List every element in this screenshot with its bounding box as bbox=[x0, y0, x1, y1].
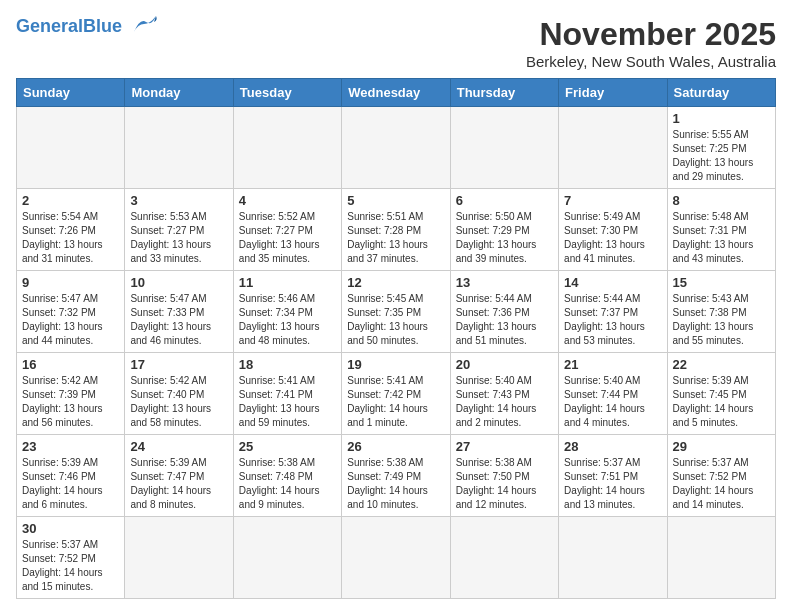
day-info: Sunrise: 5:37 AM Sunset: 7:51 PM Dayligh… bbox=[564, 456, 661, 512]
title-area: November 2025 Berkeley, New South Wales,… bbox=[526, 16, 776, 70]
day-number: 29 bbox=[673, 439, 770, 454]
calendar-day-cell: 16Sunrise: 5:42 AM Sunset: 7:39 PM Dayli… bbox=[17, 353, 125, 435]
day-info: Sunrise: 5:42 AM Sunset: 7:39 PM Dayligh… bbox=[22, 374, 119, 430]
day-number: 8 bbox=[673, 193, 770, 208]
calendar-day-cell: 10Sunrise: 5:47 AM Sunset: 7:33 PM Dayli… bbox=[125, 271, 233, 353]
calendar-day-cell: 9Sunrise: 5:47 AM Sunset: 7:32 PM Daylig… bbox=[17, 271, 125, 353]
day-number: 28 bbox=[564, 439, 661, 454]
calendar-day-cell: 17Sunrise: 5:42 AM Sunset: 7:40 PM Dayli… bbox=[125, 353, 233, 435]
calendar-day-cell bbox=[559, 517, 667, 599]
calendar-day-cell: 26Sunrise: 5:38 AM Sunset: 7:49 PM Dayli… bbox=[342, 435, 450, 517]
logo: GeneralBlue bbox=[16, 16, 162, 37]
calendar-day-cell: 28Sunrise: 5:37 AM Sunset: 7:51 PM Dayli… bbox=[559, 435, 667, 517]
day-number: 25 bbox=[239, 439, 336, 454]
calendar-week-row: 23Sunrise: 5:39 AM Sunset: 7:46 PM Dayli… bbox=[17, 435, 776, 517]
calendar-day-cell: 6Sunrise: 5:50 AM Sunset: 7:29 PM Daylig… bbox=[450, 189, 558, 271]
logo-bird-icon bbox=[126, 14, 162, 36]
calendar-day-cell: 14Sunrise: 5:44 AM Sunset: 7:37 PM Dayli… bbox=[559, 271, 667, 353]
calendar-day-cell bbox=[559, 107, 667, 189]
calendar-day-cell: 7Sunrise: 5:49 AM Sunset: 7:30 PM Daylig… bbox=[559, 189, 667, 271]
weekday-header-tuesday: Tuesday bbox=[233, 79, 341, 107]
header: GeneralBlue November 2025 Berkeley, New … bbox=[16, 16, 776, 70]
calendar-day-cell bbox=[450, 517, 558, 599]
day-number: 24 bbox=[130, 439, 227, 454]
calendar-day-cell bbox=[667, 517, 775, 599]
day-info: Sunrise: 5:51 AM Sunset: 7:28 PM Dayligh… bbox=[347, 210, 444, 266]
calendar-day-cell: 8Sunrise: 5:48 AM Sunset: 7:31 PM Daylig… bbox=[667, 189, 775, 271]
calendar-day-cell bbox=[125, 517, 233, 599]
calendar-week-row: 2Sunrise: 5:54 AM Sunset: 7:26 PM Daylig… bbox=[17, 189, 776, 271]
calendar-day-cell bbox=[342, 107, 450, 189]
day-info: Sunrise: 5:43 AM Sunset: 7:38 PM Dayligh… bbox=[673, 292, 770, 348]
day-number: 19 bbox=[347, 357, 444, 372]
calendar-day-cell: 27Sunrise: 5:38 AM Sunset: 7:50 PM Dayli… bbox=[450, 435, 558, 517]
day-number: 6 bbox=[456, 193, 553, 208]
weekday-header-monday: Monday bbox=[125, 79, 233, 107]
day-info: Sunrise: 5:44 AM Sunset: 7:36 PM Dayligh… bbox=[456, 292, 553, 348]
day-info: Sunrise: 5:55 AM Sunset: 7:25 PM Dayligh… bbox=[673, 128, 770, 184]
weekday-header-sunday: Sunday bbox=[17, 79, 125, 107]
day-number: 30 bbox=[22, 521, 119, 536]
day-info: Sunrise: 5:38 AM Sunset: 7:50 PM Dayligh… bbox=[456, 456, 553, 512]
month-title: November 2025 bbox=[526, 16, 776, 53]
day-info: Sunrise: 5:47 AM Sunset: 7:33 PM Dayligh… bbox=[130, 292, 227, 348]
day-number: 3 bbox=[130, 193, 227, 208]
calendar-week-row: 1Sunrise: 5:55 AM Sunset: 7:25 PM Daylig… bbox=[17, 107, 776, 189]
logo-text: GeneralBlue bbox=[16, 16, 122, 37]
weekday-header-wednesday: Wednesday bbox=[342, 79, 450, 107]
calendar-day-cell bbox=[125, 107, 233, 189]
day-info: Sunrise: 5:40 AM Sunset: 7:44 PM Dayligh… bbox=[564, 374, 661, 430]
day-info: Sunrise: 5:53 AM Sunset: 7:27 PM Dayligh… bbox=[130, 210, 227, 266]
location-title: Berkeley, New South Wales, Australia bbox=[526, 53, 776, 70]
calendar-day-cell: 12Sunrise: 5:45 AM Sunset: 7:35 PM Dayli… bbox=[342, 271, 450, 353]
day-number: 18 bbox=[239, 357, 336, 372]
weekday-header-friday: Friday bbox=[559, 79, 667, 107]
calendar-day-cell: 18Sunrise: 5:41 AM Sunset: 7:41 PM Dayli… bbox=[233, 353, 341, 435]
day-number: 17 bbox=[130, 357, 227, 372]
calendar-day-cell: 11Sunrise: 5:46 AM Sunset: 7:34 PM Dayli… bbox=[233, 271, 341, 353]
calendar-day-cell: 3Sunrise: 5:53 AM Sunset: 7:27 PM Daylig… bbox=[125, 189, 233, 271]
day-info: Sunrise: 5:50 AM Sunset: 7:29 PM Dayligh… bbox=[456, 210, 553, 266]
calendar-day-cell: 30Sunrise: 5:37 AM Sunset: 7:52 PM Dayli… bbox=[17, 517, 125, 599]
day-info: Sunrise: 5:46 AM Sunset: 7:34 PM Dayligh… bbox=[239, 292, 336, 348]
day-number: 4 bbox=[239, 193, 336, 208]
day-number: 15 bbox=[673, 275, 770, 290]
weekday-header-thursday: Thursday bbox=[450, 79, 558, 107]
day-number: 10 bbox=[130, 275, 227, 290]
weekday-header-row: SundayMondayTuesdayWednesdayThursdayFrid… bbox=[17, 79, 776, 107]
day-info: Sunrise: 5:37 AM Sunset: 7:52 PM Dayligh… bbox=[673, 456, 770, 512]
calendar-week-row: 9Sunrise: 5:47 AM Sunset: 7:32 PM Daylig… bbox=[17, 271, 776, 353]
day-info: Sunrise: 5:44 AM Sunset: 7:37 PM Dayligh… bbox=[564, 292, 661, 348]
day-info: Sunrise: 5:45 AM Sunset: 7:35 PM Dayligh… bbox=[347, 292, 444, 348]
day-number: 26 bbox=[347, 439, 444, 454]
day-info: Sunrise: 5:38 AM Sunset: 7:49 PM Dayligh… bbox=[347, 456, 444, 512]
day-info: Sunrise: 5:41 AM Sunset: 7:42 PM Dayligh… bbox=[347, 374, 444, 430]
calendar-day-cell: 4Sunrise: 5:52 AM Sunset: 7:27 PM Daylig… bbox=[233, 189, 341, 271]
day-number: 1 bbox=[673, 111, 770, 126]
weekday-header-saturday: Saturday bbox=[667, 79, 775, 107]
calendar-day-cell bbox=[342, 517, 450, 599]
day-number: 21 bbox=[564, 357, 661, 372]
day-info: Sunrise: 5:38 AM Sunset: 7:48 PM Dayligh… bbox=[239, 456, 336, 512]
day-info: Sunrise: 5:49 AM Sunset: 7:30 PM Dayligh… bbox=[564, 210, 661, 266]
day-number: 22 bbox=[673, 357, 770, 372]
calendar-day-cell: 21Sunrise: 5:40 AM Sunset: 7:44 PM Dayli… bbox=[559, 353, 667, 435]
day-info: Sunrise: 5:54 AM Sunset: 7:26 PM Dayligh… bbox=[22, 210, 119, 266]
day-number: 20 bbox=[456, 357, 553, 372]
calendar-day-cell: 15Sunrise: 5:43 AM Sunset: 7:38 PM Dayli… bbox=[667, 271, 775, 353]
day-number: 14 bbox=[564, 275, 661, 290]
calendar-day-cell: 5Sunrise: 5:51 AM Sunset: 7:28 PM Daylig… bbox=[342, 189, 450, 271]
calendar-day-cell bbox=[233, 107, 341, 189]
day-number: 2 bbox=[22, 193, 119, 208]
calendar-day-cell: 13Sunrise: 5:44 AM Sunset: 7:36 PM Dayli… bbox=[450, 271, 558, 353]
calendar-day-cell: 19Sunrise: 5:41 AM Sunset: 7:42 PM Dayli… bbox=[342, 353, 450, 435]
calendar-day-cell: 29Sunrise: 5:37 AM Sunset: 7:52 PM Dayli… bbox=[667, 435, 775, 517]
calendar-day-cell: 23Sunrise: 5:39 AM Sunset: 7:46 PM Dayli… bbox=[17, 435, 125, 517]
day-number: 11 bbox=[239, 275, 336, 290]
day-info: Sunrise: 5:37 AM Sunset: 7:52 PM Dayligh… bbox=[22, 538, 119, 594]
day-info: Sunrise: 5:39 AM Sunset: 7:46 PM Dayligh… bbox=[22, 456, 119, 512]
day-number: 12 bbox=[347, 275, 444, 290]
calendar-day-cell: 24Sunrise: 5:39 AM Sunset: 7:47 PM Dayli… bbox=[125, 435, 233, 517]
day-info: Sunrise: 5:47 AM Sunset: 7:32 PM Dayligh… bbox=[22, 292, 119, 348]
day-info: Sunrise: 5:41 AM Sunset: 7:41 PM Dayligh… bbox=[239, 374, 336, 430]
